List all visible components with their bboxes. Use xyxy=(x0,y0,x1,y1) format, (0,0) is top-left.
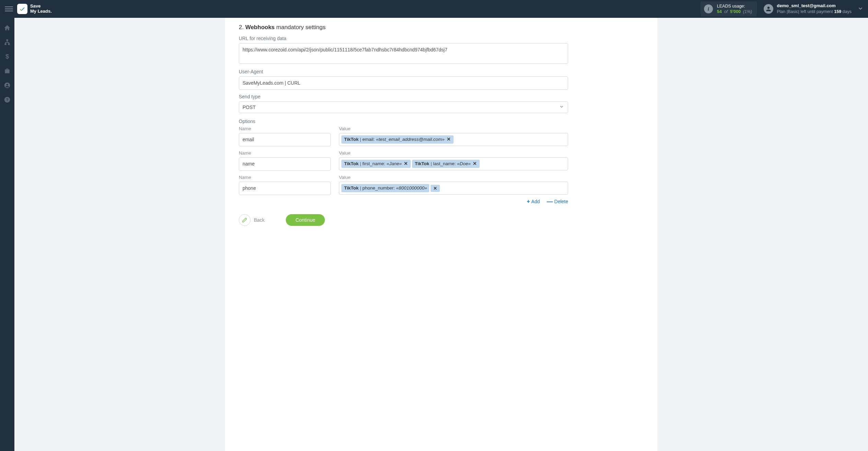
user-email: demo_sml_test@gmail.com xyxy=(777,3,852,9)
sitemap-icon[interactable] xyxy=(3,38,11,46)
delete-option-button[interactable]: — Delete xyxy=(547,198,568,205)
settings-card: 2. Webhooks mandatory settings URL for r… xyxy=(225,18,657,451)
continue-button[interactable]: Continue xyxy=(286,214,325,226)
user-plan: Plan |Basic| left until payment 159 days xyxy=(777,9,852,14)
user-agent-label: User-Agent xyxy=(239,69,568,74)
option-name-label: Name xyxy=(239,150,331,156)
minus-icon: — xyxy=(547,198,553,205)
svg-rect-0 xyxy=(7,40,8,41)
option-value-label: Value xyxy=(339,175,568,180)
option-value-tagbox[interactable]: TikTok | email: «test_email_address@mail… xyxy=(339,133,568,146)
leads-usage-text: LEADS usage: 54 of 5'000 (1%) xyxy=(717,3,752,15)
user-agent-input[interactable] xyxy=(239,76,568,90)
leads-usage-box[interactable]: i LEADS usage: 54 of 5'000 (1%) xyxy=(701,1,757,17)
send-type-select[interactable]: POST xyxy=(239,101,568,113)
option-name-label: Name xyxy=(239,175,331,180)
info-icon: i xyxy=(704,4,713,13)
remove-tag-icon[interactable]: ✕ xyxy=(403,161,409,167)
plus-icon: + xyxy=(527,199,530,204)
variable-tag[interactable]: TikTok | last_name: «Doe»✕ xyxy=(412,160,480,168)
user-icon[interactable] xyxy=(3,82,11,89)
url-input[interactable] xyxy=(239,43,568,64)
remove-tag-icon[interactable]: ✕ xyxy=(446,136,451,143)
user-menu-chevron-down-icon[interactable] xyxy=(858,6,863,12)
sidebar: $ ? xyxy=(0,18,14,451)
hamburger-menu-icon[interactable] xyxy=(5,5,13,13)
option-name-label: Name xyxy=(239,126,331,131)
option-value-tagbox[interactable]: TikTok | first_name: «Jane»✕TikTok | las… xyxy=(339,157,568,170)
option-value-label: Value xyxy=(339,150,568,156)
send-type-label: Send type xyxy=(239,94,568,99)
user-info[interactable]: demo_sml_test@gmail.com Plan |Basic| lef… xyxy=(777,3,852,14)
svg-rect-2 xyxy=(8,44,9,45)
back-button[interactable]: Back xyxy=(239,214,265,226)
url-label: URL for receiving data xyxy=(239,36,568,41)
option-row: NameValueTikTok | first_name: «Jane»✕Tik… xyxy=(239,150,568,171)
option-name-input[interactable] xyxy=(239,133,331,146)
add-option-button[interactable]: + Add xyxy=(527,198,540,205)
option-row: NameValueTikTok | email: «test_email_add… xyxy=(239,126,568,146)
svg-text:?: ? xyxy=(6,97,8,102)
remove-tag-icon[interactable]: ✕ xyxy=(431,185,440,192)
billing-icon[interactable]: $ xyxy=(3,53,11,60)
remove-tag-icon[interactable]: ✕ xyxy=(472,161,478,167)
section-title: 2. Webhooks mandatory settings xyxy=(239,24,568,31)
option-value-tagbox[interactable]: TikTok | phone_number: «8001000000»✕ xyxy=(339,182,568,195)
option-name-input[interactable] xyxy=(239,157,331,171)
option-row: NameValueTikTok | phone_number: «8001000… xyxy=(239,175,568,195)
pencil-icon xyxy=(239,214,250,226)
variable-tag[interactable]: TikTok | phone_number: «8001000000» xyxy=(341,184,429,193)
options-heading: Options xyxy=(239,119,568,124)
briefcase-icon[interactable] xyxy=(3,67,11,75)
user-avatar-icon[interactable] xyxy=(764,4,773,14)
brand-name: Save My Leads. xyxy=(30,4,52,14)
svg-rect-1 xyxy=(5,44,6,45)
option-value-label: Value xyxy=(339,126,568,131)
variable-tag[interactable]: TikTok | email: «test_email_address@mail… xyxy=(341,135,454,144)
app-logo[interactable] xyxy=(17,4,27,14)
option-name-input[interactable] xyxy=(239,182,331,195)
home-icon[interactable] xyxy=(3,24,11,32)
help-icon[interactable]: ? xyxy=(3,96,11,103)
variable-tag[interactable]: TikTok | first_name: «Jane»✕ xyxy=(341,160,411,168)
top-bar: Save My Leads. i LEADS usage: 54 of 5'00… xyxy=(0,0,868,18)
